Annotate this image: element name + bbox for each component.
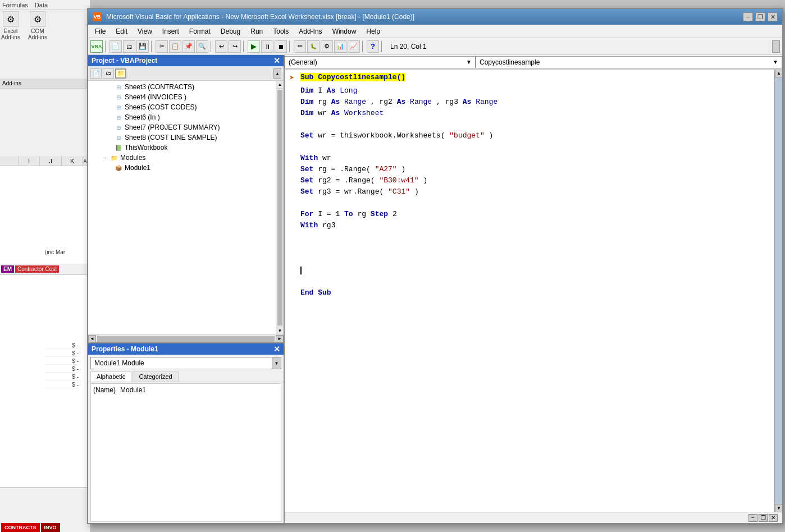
code-scroll-up[interactable]: ▲ [775, 70, 782, 77]
dollar-cell-6: $ - [45, 382, 79, 388]
dollar-cell-5: $ - [45, 374, 79, 380]
code-line-5 [289, 119, 770, 130]
toolbar-view-code[interactable]: 📄 [109, 40, 122, 53]
menu-format[interactable]: Format [185, 26, 215, 36]
code-object-dropdown[interactable]: (General) ▼ [285, 56, 476, 68]
toolbar-design[interactable]: ✏ [294, 40, 306, 53]
project-folder-btn[interactable]: 📁 [115, 68, 126, 79]
excel-tab-formulas[interactable]: Formulas [2, 2, 28, 8]
code-line-8: With wr [289, 153, 770, 164]
modules-expand-icon[interactable]: − [102, 154, 108, 161]
menu-view[interactable]: View [133, 26, 157, 36]
menu-run[interactable]: Run [246, 26, 267, 36]
menu-addins[interactable]: Add-Ins [294, 26, 326, 36]
tree-scrollbar[interactable]: ▲ ▼ [276, 81, 284, 334]
menu-help[interactable]: Help [362, 26, 385, 36]
menu-window[interactable]: Window [328, 26, 361, 36]
project-hscrollbar[interactable]: ◄ ► [88, 334, 284, 342]
code-line-9: Set rg = .Range( "A27" ) [289, 164, 770, 175]
inner-restore-btn[interactable]: ❐ [759, 514, 768, 522]
toolbar-undo[interactable]: ↩ [215, 40, 227, 53]
props-tab-categorized[interactable]: Categorized [133, 372, 178, 382]
vba-toolbar: VBA 📄 🗂 💾 ✂ 📋 📌 🔍 ↩ ↪ [88, 38, 782, 55]
prop-name-value: Module1 [120, 386, 146, 394]
toolbar-view-form[interactable]: 🗂 [123, 40, 135, 53]
properties-panel: Properties - Module1 ✕ Module1 Module ▼ … [88, 343, 284, 523]
sheet-tab-contracts[interactable]: CONTRACTS [1, 523, 40, 532]
props-tab-alphabetic[interactable]: Alphabetic [90, 372, 131, 382]
tree-item-sheet8[interactable]: ⊟ Sheet8 (COST LINE SAMPLE) [89, 132, 282, 143]
sheet-tab-invo[interactable]: INVO [41, 523, 60, 532]
tree-scroll-up[interactable]: ▲ [276, 81, 284, 89]
code-line-12 [289, 198, 770, 209]
sheet8-icon: ⊟ [114, 134, 123, 141]
code-line-10: Set rg2 = .Range( "B30:w41" ) [289, 175, 770, 186]
hscroll-right[interactable]: ► [276, 335, 284, 343]
project-scrollbar-up[interactable]: ▲ [273, 68, 281, 79]
tree-item-sheet6[interactable]: ⊟ Sheet6 (In ) [89, 112, 282, 122]
tree-item-thisworkbook[interactable]: 📗 ThisWorkbook [89, 143, 282, 153]
toolbar-stop[interactable]: ⏹ [275, 40, 287, 53]
code-scroll-down[interactable]: ▼ [775, 504, 782, 512]
inner-close-btn[interactable]: ✕ [769, 514, 778, 522]
menu-insert[interactable]: Insert [158, 26, 184, 36]
tree-scroll-down[interactable]: ▼ [276, 327, 284, 334]
toolbar-sep-6 [362, 41, 364, 52]
restore-button[interactable]: ❐ [755, 12, 765, 21]
cost-label: Contractor Cost [15, 265, 59, 273]
dollar-cell-4: $ - [45, 366, 79, 373]
toolbar-copy[interactable]: 📋 [169, 40, 181, 53]
vba-title: Microsoft Visual Basic for Applications … [106, 13, 414, 21]
dollar-cell-3: $ - [45, 358, 79, 365]
toolbar-cut[interactable]: ✂ [156, 40, 168, 53]
toolbar-vba-icon[interactable]: VBA [90, 40, 103, 53]
tree-item-modules[interactable]: − 📁 Modules [89, 153, 282, 163]
hscroll-left[interactable]: ◄ [88, 335, 96, 343]
module-combo-arrow[interactable]: ▼ [272, 357, 281, 369]
menu-debug[interactable]: Debug [216, 26, 245, 36]
close-button[interactable]: ✕ [768, 12, 778, 21]
toolbar-help[interactable]: ? [367, 40, 379, 53]
tree-item-module1[interactable]: 📦 Module1 [89, 163, 282, 173]
module-combo[interactable]: Module1 Module ▼ [90, 357, 281, 369]
minimize-button[interactable]: − [743, 12, 753, 21]
vba-code-area: (General) ▼ Copycostlinesample ▼ ➤ Sub C… [285, 55, 782, 523]
tree-item-sheet5[interactable]: ⊟ Sheet5 (COST CODES) [89, 102, 282, 112]
tree-item-sheet4[interactable]: ⊟ Sheet4 (INVOICES ) [89, 92, 282, 102]
code-vscrollbar[interactable]: ▲ ▼ [774, 70, 782, 512]
code-line-3: Dim rg As Range , rg2 As Range , rg3 As … [289, 97, 770, 108]
toolbar-save[interactable]: 💾 [136, 40, 149, 53]
project-panel-toolbar: 📄 🗂 📁 ▲ [88, 66, 284, 81]
menu-file[interactable]: File [90, 26, 110, 36]
dim-keyword-1: Dim [300, 86, 313, 95]
toolbar-break[interactable]: ⏸ [261, 40, 273, 53]
project-close-button[interactable]: ✕ [273, 56, 280, 65]
toolbar-paste[interactable]: 📌 [182, 40, 195, 53]
project-view-form-btn[interactable]: 🗂 [103, 68, 114, 79]
toolbar-debug1[interactable]: 🐛 [307, 40, 320, 53]
code-proc-dropdown[interactable]: Copycostlinesample ▼ [476, 56, 782, 68]
code-header: (General) ▼ Copycostlinesample ▼ [285, 55, 782, 70]
code-scroll-thumb[interactable] [775, 77, 782, 504]
hscroll-thumb[interactable] [97, 336, 275, 342]
toolbar-scrollbar[interactable] [772, 40, 780, 53]
toolbar-sep-3 [211, 41, 213, 52]
toolbar-debug4[interactable]: 📈 [348, 40, 360, 53]
excel-tab-data[interactable]: Data [35, 2, 48, 8]
tree-scroll-thumb[interactable] [277, 90, 282, 325]
code-line-15 [289, 231, 770, 242]
menu-tools[interactable]: Tools [268, 26, 293, 36]
tree-item-sheet7[interactable]: ⊟ Sheet7 (PROJECT SUMMARY) [89, 122, 282, 132]
toolbar-debug3[interactable]: 📊 [334, 40, 346, 53]
inner-minimize-btn[interactable]: − [749, 514, 757, 522]
properties-close-button[interactable]: ✕ [273, 345, 280, 354]
menu-edit[interactable]: Edit [111, 26, 132, 36]
toolbar-find[interactable]: 🔍 [196, 40, 208, 53]
toolbar-redo[interactable]: ↪ [229, 40, 241, 53]
sheet5-icon: ⊟ [114, 103, 123, 111]
toolbar-debug2[interactable]: ⚙ [321, 40, 333, 53]
toolbar-run[interactable]: ▶ [248, 40, 260, 53]
project-view-code-btn[interactable]: 📄 [90, 68, 102, 79]
code-editor[interactable]: ➤ Sub Copycostlinesample() Dim I As [285, 70, 774, 512]
tree-item-sheet3[interactable]: ⊟ Sheet3 (CONTRACTS) [89, 82, 282, 92]
